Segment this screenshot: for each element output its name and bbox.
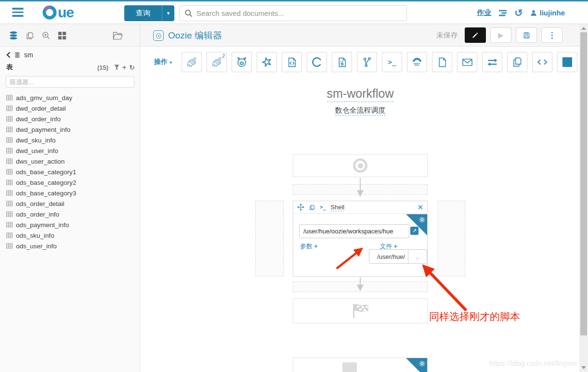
workflow-description[interactable]: 数仓全流程调度 (335, 106, 386, 115)
stop-icon (562, 57, 572, 67)
user-menu[interactable]: liujinhe (530, 9, 565, 17)
shell-script-path-input[interactable] (299, 224, 409, 238)
shell-node-button[interactable]: >_ (382, 52, 402, 72)
mapreduce-node-button[interactable] (332, 52, 352, 72)
hive2-node-button[interactable]: 2 (207, 52, 227, 72)
hue-logo[interactable]: ue (41, 4, 74, 21)
copy-node-icon[interactable] (309, 204, 315, 211)
apps-grid-icon[interactable] (58, 31, 66, 40)
subworkflow-node-button[interactable] (507, 52, 527, 72)
table-item[interactable]: dwd_user_info (6, 145, 138, 156)
table-item[interactable]: ods_user_info (6, 241, 138, 251)
run-button[interactable]: ▶ (490, 27, 511, 43)
annotation-text: 同样选择刚才的脚本 (429, 310, 520, 323)
filter-funnel-icon[interactable] (114, 64, 119, 70)
table-icon (6, 137, 13, 143)
table-item[interactable]: dws_user_action (6, 156, 138, 167)
stop-node-button[interactable] (557, 52, 577, 72)
table-icon (6, 201, 13, 206)
table-item[interactable]: ods_base_category1 (6, 167, 138, 177)
vertical-scrollbar[interactable] (579, 24, 588, 372)
actions-dropdown[interactable]: 操作 ▾ (154, 58, 172, 66)
java-node-button[interactable] (282, 52, 302, 72)
jobs-link[interactable]: 作业 (477, 8, 491, 17)
node-settings-gear-icon[interactable] (418, 216, 426, 225)
table-icon (6, 105, 13, 111)
table-item[interactable]: dwd_order_detail (6, 103, 138, 114)
workflow-name[interactable]: sm-workflow (327, 87, 394, 102)
navbar-right-cluster: 作业 ↺ liujinhe (477, 1, 565, 24)
hue-logo-text: ue (58, 4, 74, 21)
scrollbar-thumb[interactable] (580, 32, 587, 335)
table-item[interactable]: dwd_payment_info (6, 124, 138, 135)
file-picker-row: .. (369, 249, 427, 264)
generic-icon (536, 56, 549, 68)
shell-action-node[interactable]: >_ Shell ✕ ↗ 参数+ 文件+ .. (293, 201, 428, 277)
documents-icon[interactable] (25, 31, 35, 40)
start-node[interactable] (293, 154, 428, 177)
hive-node-button[interactable] (182, 52, 202, 72)
pig-node-button[interactable] (232, 52, 252, 72)
more-actions-button[interactable]: ⋮ (541, 27, 562, 43)
table-item[interactable]: ods_sku_info (6, 230, 138, 241)
tables-count: (15) (97, 64, 108, 71)
move-icon[interactable] (297, 204, 304, 211)
query-dropdown-caret-icon[interactable]: ▾ (162, 5, 174, 21)
zoom-in-icon[interactable] (41, 31, 51, 40)
table-filter-input[interactable] (6, 76, 134, 88)
email-node-button[interactable] (457, 52, 477, 72)
shell-node-name[interactable]: Shell (330, 204, 344, 211)
partial-bottom-node[interactable] (293, 358, 428, 372)
subworkflow-icon (511, 56, 523, 68)
editor-title-row: Oozie 编辑器 (153, 29, 222, 42)
close-node-icon[interactable]: ✕ (417, 204, 423, 211)
browse-file-button[interactable]: .. (408, 249, 427, 264)
hamburger-menu-icon[interactable] (12, 8, 24, 19)
table-icon (6, 232, 13, 238)
distcp-node-button[interactable] (482, 52, 502, 72)
table-item[interactable]: ads_gmv_sum_day (6, 92, 138, 103)
table-name: dwd_user_info (16, 147, 58, 154)
table-icon (6, 127, 13, 132)
drop-zone[interactable] (293, 184, 428, 195)
refresh-icon[interactable]: ↻ (129, 64, 135, 71)
add-parameter-link[interactable]: 参数+ (300, 242, 318, 251)
add-table-icon[interactable]: + (122, 64, 126, 71)
file-path-input[interactable] (369, 249, 408, 264)
save-button[interactable] (516, 27, 537, 43)
branch-node-button[interactable] (357, 52, 377, 72)
table-name: ods_payment_info (16, 221, 69, 229)
database-breadcrumb[interactable]: sm (6, 51, 33, 59)
spark-node-button[interactable] (257, 52, 277, 72)
tables-header-row: 表 (15) + ↻ (6, 63, 135, 72)
folder-icon[interactable] (112, 30, 123, 40)
table-item[interactable]: ods_base_category3 (6, 188, 138, 198)
table-item[interactable]: ods_payment_info (6, 219, 138, 230)
fs-node-button[interactable] (432, 52, 452, 72)
mapreduce-icon (336, 56, 348, 68)
drop-zone-right[interactable] (438, 201, 465, 276)
search-input[interactable] (196, 9, 402, 17)
scroll-up-icon[interactable] (581, 27, 586, 30)
databases-icon[interactable] (9, 30, 18, 41)
table-name: ods_sku_info (16, 232, 54, 239)
table-item[interactable]: dwd_sku_info (6, 135, 138, 145)
jobs-list-icon[interactable] (498, 9, 508, 17)
streaming-node-button[interactable] (407, 52, 427, 72)
node-settings-gear-icon[interactable] (418, 360, 426, 369)
drop-zone[interactable] (293, 282, 428, 292)
open-script-external-icon[interactable]: ↗ (410, 227, 418, 235)
query-button[interactable]: 查询 (124, 5, 162, 21)
scroll-down-icon[interactable] (581, 366, 586, 369)
table-item[interactable]: ods_base_category2 (6, 177, 138, 188)
history-icon[interactable]: ↺ (514, 8, 523, 18)
table-item[interactable]: ods_order_detail (6, 198, 138, 209)
sqoop-node-button[interactable] (307, 52, 327, 72)
table-item[interactable]: ods_order_info (6, 209, 138, 219)
top-navbar: ue 查询 ▾ 作业 ↺ liujinhe (0, 1, 588, 24)
drop-zone-left[interactable] (255, 201, 284, 276)
generic-node-button[interactable] (532, 52, 552, 72)
table-item[interactable]: dwd_order_info (6, 114, 138, 124)
edit-button[interactable] (465, 27, 486, 43)
end-node[interactable] (293, 298, 428, 323)
